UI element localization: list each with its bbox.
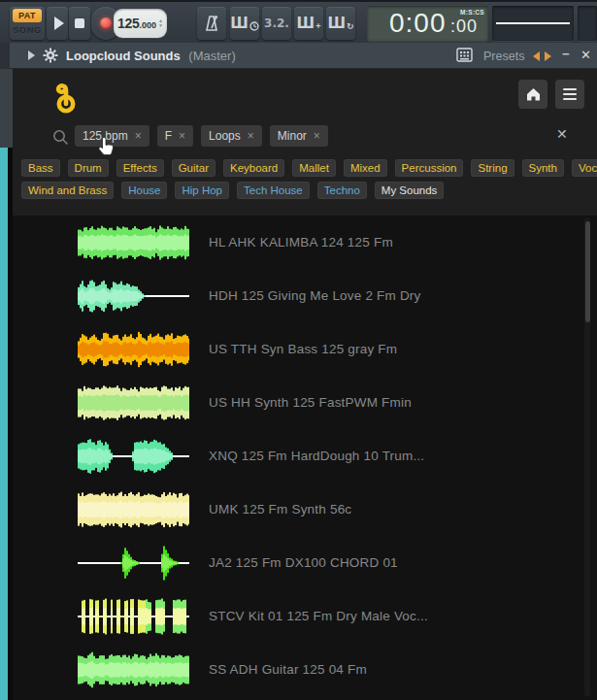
pat-mode-button[interactable]: PAT bbox=[13, 9, 42, 22]
time-value: 0:00 bbox=[389, 8, 447, 39]
wait-for-input-icon: Ш bbox=[230, 15, 249, 32]
filter-button-string[interactable]: String bbox=[471, 159, 514, 177]
tag-remove-icon[interactable]: × bbox=[314, 129, 320, 143]
filter-button-drum[interactable]: Drum bbox=[68, 159, 109, 177]
search-tag[interactable]: F× bbox=[157, 125, 193, 147]
oscilloscope-line bbox=[496, 22, 570, 24]
typing-keyboard-button[interactable]: Ш + bbox=[294, 7, 323, 40]
clear-search-icon[interactable]: ✕ bbox=[556, 126, 568, 142]
tag-remove-icon[interactable]: × bbox=[179, 129, 185, 143]
play-button[interactable] bbox=[47, 7, 68, 40]
filter-row-instruments: BassDrumEffectsGuitarKeyboardMalletMixed… bbox=[21, 159, 592, 177]
wait-for-input-button[interactable]: Ш bbox=[230, 7, 259, 40]
sound-name: US TTH Syn Bass 125 gray Fm bbox=[209, 342, 397, 356]
search-tag[interactable]: Minor× bbox=[270, 125, 328, 147]
tempo-step-down-icon[interactable]: ▼ bbox=[158, 23, 163, 28]
filter-button-percussion[interactable]: Percussion bbox=[395, 159, 464, 177]
filter-button-hip-hop[interactable]: Hip Hop bbox=[175, 182, 229, 199]
waveform-preview[interactable] bbox=[78, 331, 189, 368]
filter-button-tech-house[interactable]: Tech House bbox=[237, 182, 310, 199]
home-button[interactable] bbox=[518, 80, 547, 109]
oscilloscope-panel[interactable] bbox=[492, 6, 574, 41]
sound-row[interactable]: US HH Synth 125 FastPWM Fmin bbox=[13, 376, 597, 429]
gear-icon[interactable] bbox=[43, 48, 58, 63]
typing-keyboard-icon: Ш bbox=[297, 15, 315, 32]
sound-name: SS ADH Guitar 125 04 Fm bbox=[209, 662, 367, 677]
sound-name: HL AHK KALIMBA 124 125 Fm bbox=[209, 235, 393, 250]
search-tag[interactable]: Loops× bbox=[201, 125, 262, 147]
wrapper-menu-arrow-icon[interactable] bbox=[28, 50, 35, 60]
panel-partial bbox=[578, 6, 597, 41]
sound-name: UMK 125 Fm Synth 56c bbox=[209, 502, 351, 517]
search-tag-label: Loops bbox=[209, 129, 241, 143]
sound-row[interactable]: HDH 125 Giving Me Love 2 Fm Dry bbox=[13, 269, 597, 322]
sound-row[interactable]: XNQ 125 Fm HardDough 10 Trum... bbox=[13, 429, 597, 483]
loopcloud-logo bbox=[45, 81, 82, 117]
search-tag-label: Minor bbox=[278, 129, 307, 143]
loop-record-button[interactable]: Ш ↻ bbox=[326, 7, 355, 40]
filter-button-keyboard[interactable]: Keyboard bbox=[223, 159, 284, 177]
sound-rows: HL AHK KALIMBA 124 125 FmHDH 125 Giving … bbox=[13, 216, 597, 696]
waveform-preview[interactable] bbox=[78, 384, 189, 421]
detach-button[interactable]: − bbox=[562, 47, 570, 61]
tempo-display[interactable]: 125 .000 ▲ ▼ bbox=[114, 9, 167, 38]
filter-button-guitar[interactable]: Guitar bbox=[172, 159, 216, 177]
titlebar-left-gap bbox=[0, 43, 10, 69]
waveform-preview[interactable] bbox=[78, 278, 189, 315]
tag-remove-icon[interactable]: × bbox=[248, 129, 254, 143]
pat-song-toggle[interactable]: PAT SONG bbox=[10, 7, 45, 40]
preset-next-icon[interactable] bbox=[545, 51, 551, 61]
filter-button-techno[interactable]: Techno bbox=[317, 182, 367, 199]
waveform-preview[interactable] bbox=[78, 438, 189, 475]
filter-buttons: BassDrumEffectsGuitarKeyboardMalletMixed… bbox=[21, 159, 592, 199]
menu-button[interactable] bbox=[555, 80, 584, 109]
waveform-preview[interactable] bbox=[78, 224, 189, 261]
tag-remove-icon[interactable]: × bbox=[135, 129, 142, 143]
stop-button[interactable] bbox=[69, 7, 90, 40]
time-unit-label: M:S:CS bbox=[460, 9, 484, 16]
sound-row[interactable]: STCV Kit 01 125 Fm Dry Male Voc... bbox=[13, 589, 597, 643]
waveform-preview[interactable] bbox=[78, 651, 189, 688]
sound-row[interactable]: SS ADH Guitar 125 04 Fm bbox=[13, 643, 597, 696]
plugin-titlebar[interactable]: Loopcloud Sounds (Master) Presets − ✕ bbox=[10, 43, 597, 69]
close-button[interactable]: ✕ bbox=[580, 48, 591, 62]
filter-button-effects[interactable]: Effects bbox=[116, 159, 164, 177]
filter-row-genres: Wind and BrassHouseHip HopTech HouseTech… bbox=[21, 182, 592, 199]
keyboard-grid-icon[interactable] bbox=[456, 48, 473, 62]
filter-button-bass[interactable]: Bass bbox=[21, 159, 60, 177]
hamburger-icon bbox=[563, 88, 577, 100]
metronome-icon bbox=[203, 14, 220, 33]
filter-button-synth[interactable]: Synth bbox=[522, 159, 564, 177]
song-mode-button[interactable]: SONG bbox=[13, 22, 42, 37]
filter-button-wind-and-brass[interactable]: Wind and Brass bbox=[21, 182, 114, 199]
sound-row[interactable]: US TTH Syn Bass 125 gray Fm bbox=[13, 322, 597, 376]
waveform-preview[interactable] bbox=[78, 491, 189, 528]
play-icon bbox=[54, 17, 64, 30]
filter-button-mixed[interactable]: Mixed bbox=[344, 159, 387, 177]
scrollbar-thumb[interactable] bbox=[585, 221, 590, 322]
screen: PAT SONG 125 .000 ▲ ▼ Ш bbox=[0, 0, 597, 700]
filter-button-my-sounds[interactable]: My Sounds bbox=[375, 182, 445, 199]
sound-name: JA2 125 Fm DX100 CHORD 01 bbox=[209, 555, 398, 570]
waveform-preview[interactable] bbox=[78, 598, 189, 635]
record-icon bbox=[100, 17, 112, 29]
tempo-stepper[interactable]: ▲ ▼ bbox=[158, 18, 163, 28]
filter-button-house[interactable]: House bbox=[121, 182, 167, 199]
filter-button-vocal[interactable]: Vocal bbox=[572, 159, 597, 177]
time-display[interactable]: 0:00 :00 M:S:CS bbox=[367, 6, 488, 41]
metronome-button[interactable] bbox=[197, 7, 226, 40]
fl-toolbar: PAT SONG 125 .000 ▲ ▼ Ш bbox=[0, 0, 597, 43]
sound-row[interactable]: JA2 125 Fm DX100 CHORD 01 bbox=[13, 536, 597, 589]
sound-name: US HH Synth 125 FastPWM Fmin bbox=[209, 395, 412, 410]
cursor-hand-icon bbox=[97, 136, 116, 159]
search-icon bbox=[51, 128, 70, 147]
waveform-preview[interactable] bbox=[78, 545, 189, 582]
sound-row[interactable]: HL AHK KALIMBA 124 125 Fm bbox=[13, 216, 597, 269]
wrapper-border bbox=[0, 69, 13, 148]
preset-previous-icon[interactable] bbox=[533, 51, 540, 61]
loop-arrow-icon: ↻ bbox=[347, 21, 354, 31]
countdown-button[interactable]: 3.2. bbox=[262, 7, 291, 40]
sound-row[interactable]: UMK 125 Fm Synth 56c bbox=[13, 483, 597, 536]
clock-icon bbox=[249, 21, 259, 31]
filter-button-mallet[interactable]: Mallet bbox=[292, 159, 336, 177]
